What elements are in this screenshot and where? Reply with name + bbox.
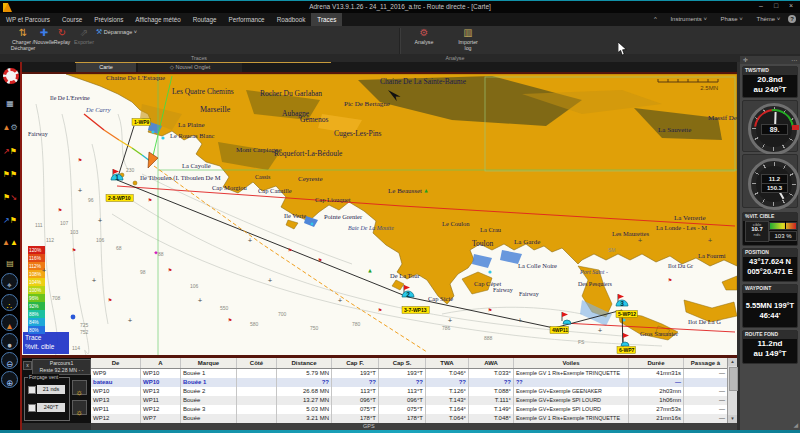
tab-nouvel-onglet[interactable]: ◇ Nouvel Onglet (138, 63, 242, 72)
menu-tab-course[interactable]: Course (56, 13, 88, 26)
wind-speed-weather-button[interactable]: ☼ (72, 380, 87, 395)
table-cell: T.033° (469, 369, 514, 378)
waypoint-distance-bearing: 5.55MN 199°T (743, 301, 797, 311)
column-header: Durée (629, 358, 684, 368)
dock-icon[interactable]: ✛ (743, 57, 748, 63)
close-parcours-icon[interactable]: x (23, 361, 32, 370)
svg-text:5-WP12: 5-WP12 (618, 311, 636, 317)
map-place-label: La Londe - Les - M (656, 224, 707, 231)
table-cell: T.048° (469, 414, 514, 423)
depannage-button[interactable]: ⚒ Dépannage ˅ (96, 27, 137, 36)
analyse-button[interactable]: ⚙Analyse (406, 27, 442, 45)
forcage-vent-group: Forçage vent 21 nds 240°T (24, 377, 70, 421)
pan-button[interactable]: ● (1, 333, 18, 350)
notes-icon[interactable]: ▤ (0, 252, 20, 270)
map-place-label: Fairway (493, 287, 513, 293)
zoom-in-button[interactable]: ⊕ (1, 371, 18, 388)
svg-text:888: 888 (484, 335, 493, 341)
map-place-label: Baie De La Moutte (348, 225, 394, 231)
menu-tab-traces[interactable]: Traces (311, 13, 342, 26)
menu-tab-performance[interactable]: Performance (223, 13, 271, 26)
svg-text:+: + (597, 326, 602, 333)
svg-text:780: 780 (352, 321, 361, 327)
minimize-button[interactable]: – (754, 2, 768, 9)
menu-tab-wp-et-parcours[interactable]: WP et Parcours (0, 13, 56, 26)
zoom-select-button[interactable]: ⌖ (1, 273, 18, 290)
svg-text:+: + (267, 276, 272, 283)
table-cell: WP12 (91, 414, 141, 423)
svg-text:3-7-WP13: 3-7-WP13 (404, 307, 427, 313)
tab-carte[interactable]: Carte (76, 63, 136, 72)
nautical-chart[interactable]: 2.5MN Trace %vit. cible 120%116%112%108%… (22, 72, 737, 358)
new-mark-icon[interactable]: ↗⚑ (0, 140, 20, 158)
exporter-button[interactable]: ⇗Exporter (70, 27, 98, 45)
map-place-label: De Carry (85, 106, 111, 113)
mark-move-icon[interactable]: ⚑↘ (0, 186, 20, 204)
menu-tab-roadbook[interactable]: Roadbook (271, 13, 312, 26)
svg-text:+: + (127, 316, 132, 323)
table-scrollbar[interactable]: ▲ ▼ (727, 358, 737, 423)
table-row[interactable]: WP10WP13Bouée 226.68 MN113°T113°TT.126°T… (91, 387, 737, 396)
resize-grip[interactable]: ◢ (793, 421, 798, 428)
boat-center-button[interactable]: ▲ (1, 314, 18, 331)
phase-menu[interactable]: Phase ˅ (715, 16, 743, 22)
zoom-out-button[interactable]: ⊖ (1, 352, 18, 369)
table-header-row[interactable]: DeAMarqueCôtéDistanceCap F.Cap S.TWAAWAV… (91, 358, 737, 369)
wind-dir-value[interactable]: 240°T (37, 403, 65, 412)
marks-list-icon[interactable]: ⚑⚑ (0, 163, 20, 181)
waypoint-1-WP9[interactable]: 1-WP9 (132, 119, 151, 126)
svg-text:68: 68 (116, 245, 122, 251)
svg-text:⚑: ⚑ (58, 207, 62, 213)
svg-text:⚑: ⚑ (228, 317, 232, 323)
table-cell: — (684, 387, 728, 396)
table-cell: WP13 (141, 387, 181, 396)
collapse-ribbon-icon[interactable]: ^ (654, 16, 657, 22)
map-place-label: La Colle Noire (518, 262, 557, 269)
svg-text:+: + (637, 236, 642, 243)
help-icon[interactable]: ? (788, 15, 796, 23)
instruments-menu[interactable]: Instruments ˅ (664, 16, 707, 22)
table-row[interactable]: WP13WP11Bouée13.27 MN096°T096°TT.143°T.1… (91, 396, 737, 405)
table-row[interactable]: WP9WP10Bouée 15.79 MN193°T193°TT.046°T.0… (91, 369, 737, 378)
table-row[interactable]: bateauWP10Bouée 1????????????— (91, 378, 737, 387)
mark-target-icon[interactable]: ↗⚑ (0, 209, 20, 227)
wind-speed-checkbox[interactable] (28, 386, 36, 394)
waypoint-panel: WAYPOINT 5.55MN 199°T 46:44' (742, 284, 798, 328)
menu-tab-affichage-m-t-o[interactable]: Affichage météo (129, 13, 186, 26)
wind-dir-weather-button[interactable]: ☼ (72, 400, 87, 415)
importer-log-button[interactable]: ▥Importer log (448, 27, 488, 51)
table-cell: 27mn53s (629, 405, 684, 414)
marks-view-button[interactable]: ∴ (1, 294, 18, 311)
more-options-icon[interactable]: ⋯ (791, 56, 797, 64)
boat-config-icon[interactable]: ▲⚙ (0, 116, 20, 134)
column-header: AWA (469, 358, 514, 368)
parcours-panel: x Parcours1 Reste 92.28 MN - - Forçage v… (22, 358, 91, 423)
map-place-label: Cap Sicié (428, 295, 453, 302)
wind-dir-checkbox[interactable] (28, 404, 36, 412)
lifebuoy-icon[interactable] (3, 68, 19, 84)
table-cell: 096°T (379, 396, 426, 405)
table-cell: 5.79 MN (277, 369, 332, 378)
wind-speed-value[interactable]: 21 nds (37, 385, 65, 394)
map-place-label: La Verrerie (674, 214, 706, 222)
map-place-label: Cap Liouquet (315, 196, 351, 203)
route-fond-speed: 11.2nd (743, 339, 797, 349)
table-row[interactable]: WP11WP12Bouée 35.03 MN075°T075°TT.164°T.… (91, 405, 737, 414)
svg-text:+: + (517, 316, 522, 323)
table-row[interactable]: WP12WP7Bouée3.21 MN178°T178°TT.064°T.048… (91, 414, 737, 423)
window-title: Adrena V13.9.1.26 - 24_11_2016_a.trc - R… (0, 3, 800, 10)
menu-tab-routage[interactable]: Routage (187, 13, 223, 26)
menu-tab-pr-visions[interactable]: Prévisions (88, 13, 129, 26)
table-cell: WP11 (141, 396, 181, 405)
table-cell: — (684, 396, 728, 405)
scroll-up-icon[interactable]: ▲ (728, 358, 737, 366)
scale-label: 2.5MN (700, 85, 718, 91)
close-button[interactable]: × (784, 2, 798, 9)
scroll-down-icon[interactable]: ▼ (728, 415, 737, 423)
theme-menu[interactable]: Thème ˅ (750, 16, 780, 22)
chart-icon[interactable]: ▦ (0, 92, 20, 110)
waypoint-title: WAYPOINT (743, 285, 797, 293)
scroll-thumb[interactable] (729, 367, 738, 391)
cones-icon[interactable]: ▲▲ (0, 231, 20, 249)
maximize-button[interactable]: □ (769, 2, 783, 9)
